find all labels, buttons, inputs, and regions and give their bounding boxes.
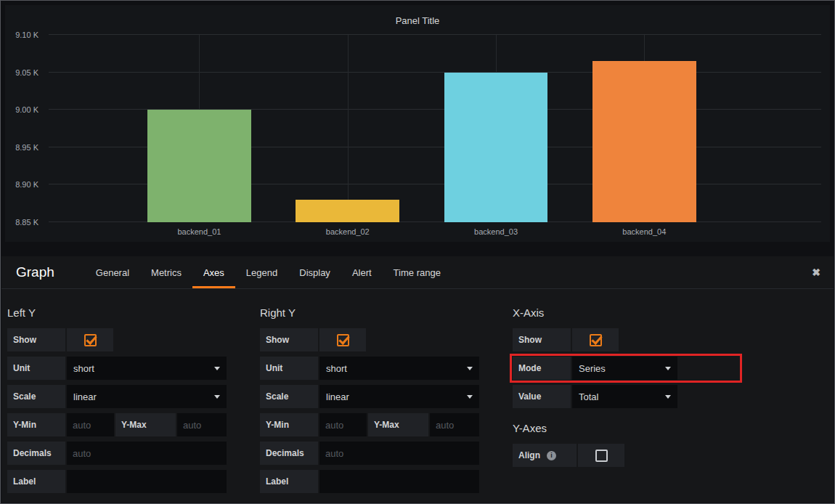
chevron-down-icon: [214, 395, 220, 399]
panel-editor: Graph General Metrics Axes Legend Displa…: [1, 256, 834, 503]
y-tick-label: 8.85 K: [15, 218, 38, 227]
y-tick-label: 8.90 K: [15, 180, 38, 189]
x-axis-section: X-Axis Show Mode Series Value: [513, 301, 739, 498]
x-axis-show-checkbox[interactable]: [572, 328, 619, 351]
close-icon[interactable]: ✖: [812, 267, 820, 278]
x-axis-mode-select[interactable]: Series: [572, 357, 677, 380]
right-y-unit-select[interactable]: short: [319, 357, 479, 380]
right-y-show-row: Show: [260, 328, 479, 351]
grafana-screen: Panel Title 9.10 K9.05 K9.00 K8.95 K8.90…: [0, 0, 835, 504]
right-y-label-row: Label: [260, 470, 479, 493]
x-axis-show-row: Show: [513, 328, 739, 351]
info-icon: i: [547, 451, 556, 460]
left-y-show-row: Show: [7, 328, 227, 351]
y-max-label: Y-Max: [115, 413, 176, 436]
selected-value: short: [326, 363, 347, 374]
gridline-vertical: [348, 35, 349, 222]
tab-legend[interactable]: Legend: [235, 256, 288, 288]
x-tick-label: backend_04: [622, 227, 666, 236]
plot-area: backend_01backend_02backend_03backend_04: [49, 35, 821, 222]
right-y-label-input[interactable]: [319, 470, 479, 493]
tab-alert[interactable]: Alert: [341, 256, 383, 288]
selected-value: Series: [579, 363, 606, 374]
scale-label: Scale: [7, 385, 65, 408]
right-y-section: Right Y Show Unit short Scale: [260, 301, 479, 498]
checkbox-unchecked-icon: [595, 450, 608, 462]
x-axis-mode-row: Mode Series: [513, 357, 739, 380]
align-label-text: Align: [518, 450, 540, 460]
y-max-label: Y-Max: [368, 413, 428, 436]
unit-label: Unit: [7, 357, 65, 380]
x-tick-label: backend_03: [474, 227, 518, 236]
left-y-label-row: Label: [7, 470, 227, 493]
label-label: Label: [260, 470, 318, 493]
align-label: Align i: [513, 444, 577, 467]
left-y-decimals-input[interactable]: [67, 442, 227, 465]
y-axis: 9.10 K9.05 K9.00 K8.95 K8.90 K8.85 K: [5, 35, 44, 222]
right-y-scale-select[interactable]: linear: [319, 385, 479, 408]
chevron-down-icon: [214, 367, 220, 370]
y-min-label: Y-Min: [260, 413, 318, 436]
gridline-horizontal: [49, 72, 821, 73]
left-y-label-input[interactable]: [67, 470, 227, 493]
value-label: Value: [513, 385, 571, 408]
y-min-label: Y-Min: [7, 413, 65, 436]
left-y-section: Left Y Show Unit short Scale: [7, 301, 227, 498]
right-y-min-input[interactable]: [319, 413, 367, 436]
x-tick-label: backend_01: [177, 227, 221, 236]
y-tick-label: 9.10 K: [15, 31, 38, 39]
y-tick-label: 8.95 K: [15, 143, 38, 152]
left-y-min-max-row: Y-Min Y-Max: [7, 413, 227, 436]
bar-backend_04[interactable]: [592, 61, 696, 222]
left-y-scale-row: Scale linear: [7, 385, 227, 408]
right-y-decimals-row: Decimals: [260, 442, 479, 465]
bar-backend_03[interactable]: [444, 73, 548, 222]
chevron-down-icon: [467, 395, 473, 399]
right-y-decimals-input[interactable]: [319, 442, 479, 465]
scale-label: Scale: [260, 385, 318, 408]
chevron-down-icon: [467, 367, 473, 370]
x-tick-label: backend_02: [326, 227, 370, 236]
editor-title: Graph: [16, 264, 54, 280]
label-label: Label: [7, 470, 65, 493]
show-label: Show: [7, 328, 65, 351]
selected-value: Total: [579, 391, 598, 402]
tab-metrics[interactable]: Metrics: [140, 256, 192, 288]
selected-value: linear: [73, 391, 97, 402]
y-axes-heading: Y-Axes: [513, 422, 739, 434]
y-axes-align-row: Align i: [513, 444, 739, 467]
tab-time-range[interactable]: Time range: [383, 256, 452, 288]
right-y-min-max-row: Y-Min Y-Max: [260, 413, 479, 436]
right-y-max-input[interactable]: [430, 413, 479, 436]
tab-axes[interactable]: Axes: [192, 256, 235, 288]
right-y-unit-row: Unit short: [260, 357, 479, 380]
tab-general[interactable]: General: [85, 256, 140, 288]
decimals-label: Decimals: [7, 442, 65, 465]
left-y-show-checkbox[interactable]: [67, 328, 113, 351]
x-axis-value-row: Value Total: [513, 385, 739, 408]
x-axis-value-select[interactable]: Total: [572, 385, 677, 408]
selected-value: short: [73, 363, 94, 374]
left-y-decimals-row: Decimals: [7, 442, 227, 465]
decimals-label: Decimals: [260, 442, 318, 465]
tab-display[interactable]: Display: [288, 256, 341, 288]
bar-backend_01[interactable]: [147, 110, 251, 222]
gridline-horizontal: [49, 34, 821, 35]
chevron-down-icon: [665, 395, 671, 399]
chart-panel: Panel Title 9.10 K9.05 K9.00 K8.95 K8.90…: [5, 5, 830, 242]
left-y-max-input[interactable]: [177, 413, 227, 436]
y-axes-align-checkbox[interactable]: [578, 444, 624, 467]
selected-value: linear: [326, 391, 349, 402]
mode-label: Mode: [513, 357, 571, 380]
y-tick-label: 9.05 K: [15, 68, 38, 77]
panel-title: Panel Title: [5, 5, 830, 26]
left-y-unit-select[interactable]: short: [67, 357, 227, 380]
right-y-heading: Right Y: [260, 306, 479, 319]
left-y-min-input[interactable]: [67, 413, 114, 436]
axes-form: Left Y Show Unit short Scale: [1, 289, 834, 498]
bar-backend_02[interactable]: [296, 200, 399, 222]
right-y-scale-row: Scale linear: [260, 385, 479, 408]
checkbox-checked-icon: [337, 334, 349, 346]
left-y-scale-select[interactable]: linear: [67, 385, 227, 408]
right-y-show-checkbox[interactable]: [319, 328, 366, 351]
